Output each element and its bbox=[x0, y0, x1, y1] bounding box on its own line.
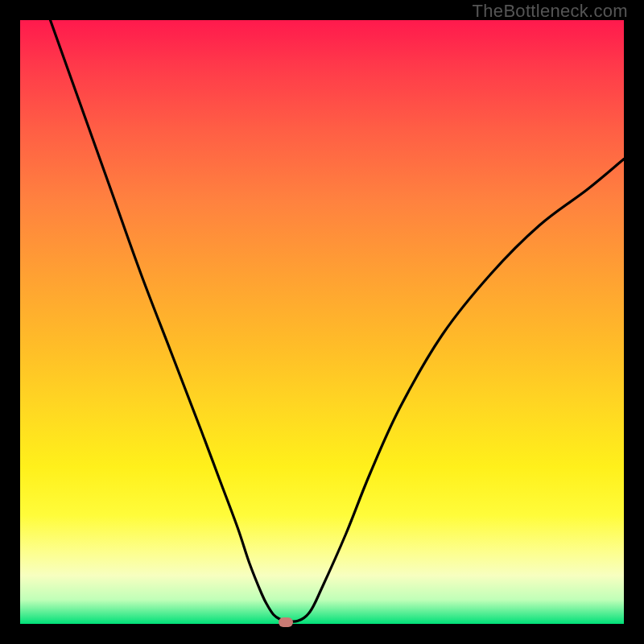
curve-svg bbox=[20, 20, 624, 624]
watermark-text: TheBottleneck.com bbox=[473, 1, 628, 22]
bottleneck-curve-path bbox=[51, 20, 625, 621]
optimal-point-marker bbox=[279, 617, 293, 627]
